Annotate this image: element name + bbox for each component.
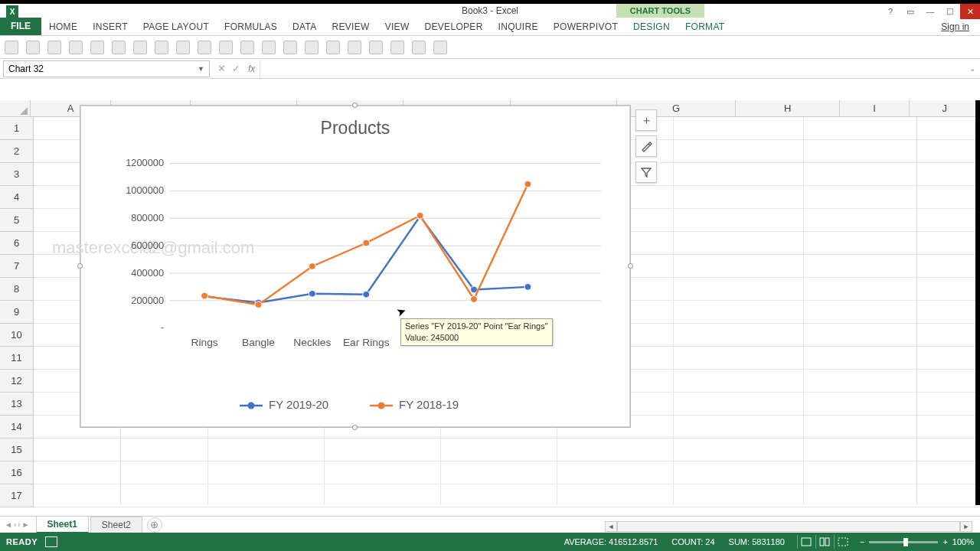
qat-icon[interactable] xyxy=(283,41,297,54)
qat-icon[interactable] xyxy=(348,41,361,54)
row-header[interactable]: 9 xyxy=(0,301,34,324)
row-header[interactable]: 1 xyxy=(0,117,34,140)
row-header[interactable]: 6 xyxy=(0,232,34,255)
sheet-tab[interactable]: Sheet2 xyxy=(90,517,142,533)
zoom-level[interactable]: 100% xyxy=(952,537,974,546)
scroll-left-icon[interactable]: ◄ xyxy=(605,521,617,532)
row-header[interactable]: 12 xyxy=(0,370,34,393)
qat-icon[interactable] xyxy=(69,41,83,54)
qat-icon[interactable] xyxy=(26,41,40,54)
chart-elements-button[interactable]: ＋ xyxy=(635,109,657,131)
svg-point-38 xyxy=(378,403,385,409)
zoom-slider[interactable] xyxy=(869,541,938,543)
status-count: COUNT: 24 xyxy=(671,537,714,546)
resize-handle[interactable] xyxy=(77,263,83,269)
cancel-formula-icon[interactable]: ✕ xyxy=(217,63,226,74)
column-header[interactable]: I xyxy=(840,100,910,117)
macro-record-icon[interactable] xyxy=(45,536,57,547)
name-box[interactable]: Chart 32 ▼ xyxy=(3,60,210,77)
qat-icon[interactable] xyxy=(90,41,104,54)
row-header[interactable]: 13 xyxy=(0,393,34,416)
resize-handle[interactable] xyxy=(352,103,358,108)
expand-formula-bar-icon[interactable]: ⌄ xyxy=(965,64,980,73)
qat-icon[interactable] xyxy=(5,41,18,54)
view-page-break-button[interactable] xyxy=(834,535,852,549)
row-header[interactable]: 7 xyxy=(0,255,34,278)
qat-icon[interactable] xyxy=(155,41,168,54)
tab-design[interactable]: DESIGN xyxy=(626,18,678,35)
row-header[interactable]: 15 xyxy=(0,439,34,461)
qat-icon[interactable] xyxy=(112,41,126,54)
row-header[interactable]: 16 xyxy=(0,461,34,484)
view-normal-button[interactable] xyxy=(797,535,815,549)
help-icon[interactable]: ? xyxy=(880,4,900,19)
row-header[interactable]: 3 xyxy=(0,163,34,186)
qat-icon[interactable] xyxy=(198,41,211,54)
chevron-down-icon[interactable]: ▼ xyxy=(198,65,204,73)
fx-icon[interactable]: fx xyxy=(248,64,260,74)
sheet-nav-next-icon[interactable]: › xyxy=(18,520,20,529)
maximize-button[interactable]: ☐ xyxy=(940,4,960,19)
qat-icon[interactable] xyxy=(262,41,276,54)
sheet-nav-last-icon[interactable]: ► xyxy=(22,520,30,529)
row-header[interactable]: 14 xyxy=(0,416,34,439)
chart-filters-button[interactable] xyxy=(635,161,657,183)
formula-bar[interactable] xyxy=(260,60,965,77)
tab-inquire[interactable]: INQUIRE xyxy=(491,18,546,35)
row-header[interactable]: 10 xyxy=(0,324,34,347)
qat-icon[interactable] xyxy=(369,41,383,54)
tab-insert[interactable]: INSERT xyxy=(85,18,136,35)
zoom-out-button[interactable]: − xyxy=(860,537,864,546)
chart-styles-button[interactable] xyxy=(635,135,657,157)
column-header[interactable]: H xyxy=(736,100,840,117)
sheet-nav-prev-icon[interactable]: ‹ xyxy=(14,520,16,529)
tab-format[interactable]: FORMAT xyxy=(678,18,733,35)
qat-icon[interactable] xyxy=(412,41,426,54)
sheet-tab-active[interactable]: Sheet1 xyxy=(36,516,89,533)
qat-icon[interactable] xyxy=(219,41,233,54)
tab-powerpivot[interactable]: POWERPIVOT xyxy=(546,18,626,35)
qat-icon[interactable] xyxy=(305,41,318,54)
qat-icon[interactable] xyxy=(326,41,340,54)
tab-home[interactable]: HOME xyxy=(41,18,85,35)
close-button[interactable]: ✕ xyxy=(960,4,980,19)
resize-handle[interactable] xyxy=(628,263,633,269)
tab-page-layout[interactable]: PAGE LAYOUT xyxy=(136,18,217,35)
chart-object[interactable]: Products masterexcelaz@gmail.com -200000… xyxy=(80,105,631,428)
row-header[interactable]: 2 xyxy=(0,140,34,163)
horizontal-scrollbar[interactable]: ◄ ► xyxy=(605,520,972,533)
tab-formulas[interactable]: FORMULAS xyxy=(217,18,285,35)
sheet-nav-first-icon[interactable]: ◄ xyxy=(5,520,12,529)
tab-view[interactable]: VIEW xyxy=(377,18,417,35)
qat-icon[interactable] xyxy=(47,41,61,54)
tab-review[interactable]: REVIEW xyxy=(325,18,377,35)
row-header[interactable]: 11 xyxy=(0,347,34,370)
tooltip-value: Value: 245000 xyxy=(405,333,459,342)
ribbon-display-options-icon[interactable]: ▭ xyxy=(900,4,920,19)
chart-title[interactable]: Products xyxy=(87,118,624,139)
tab-data[interactable]: DATA xyxy=(285,18,324,35)
enter-formula-icon[interactable]: ✓ xyxy=(232,63,240,74)
view-page-layout-button[interactable] xyxy=(815,535,834,549)
resize-handle[interactable] xyxy=(352,425,358,430)
row-header[interactable]: 8 xyxy=(0,278,34,301)
new-sheet-button[interactable]: ⊕ xyxy=(147,517,162,533)
qat-icon[interactable] xyxy=(390,41,404,54)
sign-in-link[interactable]: Sign in xyxy=(930,18,980,35)
qat-icon[interactable] xyxy=(133,41,147,54)
row-header[interactable]: 17 xyxy=(0,484,34,507)
tab-file[interactable]: FILE xyxy=(0,17,41,35)
excel-icon: X xyxy=(6,5,18,18)
column-header[interactable]: J xyxy=(910,100,980,117)
scroll-right-icon[interactable]: ► xyxy=(960,521,972,532)
qat-icon[interactable] xyxy=(240,41,254,54)
qat-icon[interactable] xyxy=(433,41,447,54)
minimize-button[interactable]: — xyxy=(920,4,940,19)
zoom-in-button[interactable]: + xyxy=(942,537,947,546)
tab-developer[interactable]: DEVELOPER xyxy=(417,18,491,35)
chart-tools-contextual-label: CHART TOOLS xyxy=(616,4,704,18)
row-header[interactable]: 5 xyxy=(0,209,34,232)
row-header[interactable]: 4 xyxy=(0,186,34,209)
qat-icon[interactable] xyxy=(176,41,190,54)
select-all-corner[interactable] xyxy=(0,100,31,117)
